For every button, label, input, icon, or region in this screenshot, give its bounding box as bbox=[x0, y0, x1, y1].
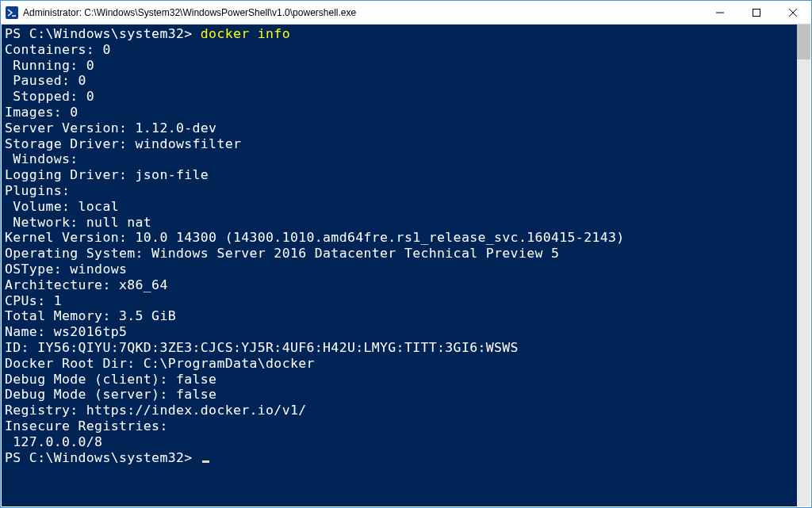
output-line: Network: null nat bbox=[5, 215, 151, 230]
output-line: Kernel Version: 10.0 14300 (14300.1010.a… bbox=[5, 230, 625, 245]
output-line: CPUs: 1 bbox=[5, 293, 62, 308]
terminal-output[interactable]: PS C:\Windows\system32> docker info Cont… bbox=[2, 25, 797, 506]
output-line: Windows: bbox=[5, 151, 79, 166]
output-line: Registry: https://index.docker.io/v1/ bbox=[5, 403, 307, 418]
cursor bbox=[202, 460, 209, 463]
output-line: Docker Root Dir: C:\ProgramData\docker bbox=[5, 356, 315, 371]
output-line: ID: IY56:QIYU:7QKD:3ZE3:CJCS:YJ5R:4UF6:H… bbox=[5, 340, 519, 355]
output-line: Logging Driver: json-file bbox=[5, 167, 209, 182]
prompt: PS C:\Windows\system32> bbox=[5, 450, 201, 465]
svg-rect-1 bbox=[753, 9, 760, 16]
output-line: OSType: windows bbox=[5, 262, 127, 277]
output-line: Architecture: x86_64 bbox=[5, 277, 168, 292]
output-line: Images: 0 bbox=[5, 105, 79, 120]
vertical-scrollbar[interactable] bbox=[797, 25, 810, 506]
command-text: docker info bbox=[201, 26, 290, 41]
powershell-app-icon bbox=[6, 6, 18, 19]
output-line: Debug Mode (server): false bbox=[5, 387, 216, 402]
output-line: Paused: 0 bbox=[5, 73, 86, 88]
output-line: Server Version: 1.12.0-dev bbox=[5, 120, 216, 136]
output-line: Total Memory: 3.5 GiB bbox=[5, 308, 176, 323]
window-title: Administrator: C:\Windows\System32\Windo… bbox=[23, 7, 702, 18]
output-line: Debug Mode (client): false bbox=[5, 372, 216, 387]
output-line: Operating System: Windows Server 2016 Da… bbox=[5, 246, 559, 261]
terminal-area: PS C:\Windows\system32> docker info Cont… bbox=[2, 25, 810, 506]
maximize-button[interactable] bbox=[738, 1, 775, 24]
window-controls bbox=[702, 1, 811, 24]
output-line: Storage Driver: windowsfilter bbox=[5, 136, 241, 151]
output-line: Name: ws2016tp5 bbox=[5, 324, 127, 339]
output-line: Running: 0 bbox=[5, 58, 94, 73]
output-line: 127.0.0.0/8 bbox=[5, 434, 102, 449]
output-line: Stopped: 0 bbox=[5, 89, 94, 104]
powershell-window: Administrator: C:\Windows\System32\Windo… bbox=[0, 0, 812, 508]
prompt: PS C:\Windows\system32> bbox=[5, 26, 201, 41]
close-button[interactable] bbox=[775, 1, 811, 24]
output-line: Insecure Registries: bbox=[5, 418, 168, 434]
titlebar[interactable]: Administrator: C:\Windows\System32\Windo… bbox=[1, 1, 811, 25]
output-line: Containers: 0 bbox=[5, 42, 111, 57]
output-line: Plugins: bbox=[5, 183, 70, 198]
output-line: Volume: local bbox=[5, 199, 119, 214]
scrollbar-thumb[interactable] bbox=[797, 25, 810, 59]
minimize-button[interactable] bbox=[702, 1, 738, 24]
